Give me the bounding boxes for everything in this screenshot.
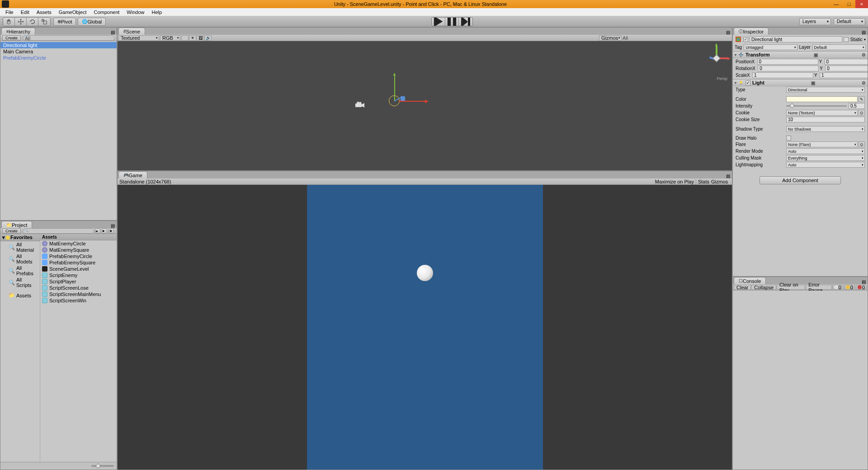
scene-fx-toggle[interactable]: 🔊 [204, 35, 212, 41]
scale-tool-button[interactable] [38, 18, 50, 26]
layers-dropdown[interactable]: Layers [799, 18, 831, 25]
add-component-button[interactable]: Add Component [760, 176, 841, 184]
asset-item[interactable]: ScriptPlayer [40, 278, 117, 285]
scene-render-dropdown[interactable]: RGB [160, 35, 180, 41]
console-error-count[interactable]: 0 [856, 285, 867, 290]
scene-shading-dropdown[interactable]: Textured [118, 35, 159, 41]
game-tab[interactable]: 🎮 Game [118, 171, 147, 179]
hierarchy-tab[interactable]: ≡ Hierarchy [1, 28, 35, 35]
menu-window[interactable]: Window [123, 9, 148, 16]
flare-picker-button[interactable]: ⊙ [859, 141, 865, 147]
asset-item[interactable]: ScriptScreenLose [40, 285, 117, 291]
rotate-tool-button[interactable] [27, 18, 38, 26]
scene-options-icon[interactable]: ▤ [726, 30, 730, 35]
console-warn-count[interactable]: 0 [844, 285, 855, 290]
favorite-item[interactable]: 🔍All Prefabs [0, 265, 40, 277]
gameobject-name-input[interactable] [750, 36, 842, 42]
project-filter-button[interactable]: ★ [108, 228, 114, 234]
gameobject-active-checkbox[interactable]: ✓ [743, 37, 748, 42]
hierarchy-search-input[interactable]: All [23, 35, 115, 41]
asset-item[interactable]: ScriptScreenMainMenu [40, 291, 117, 297]
component-gear-icon[interactable]: ⚙ [862, 52, 866, 57]
project-tab[interactable]: 📁 Project [1, 221, 32, 228]
scene-persp-label[interactable]: Persp [717, 76, 727, 81]
render-mode-dropdown[interactable]: Auto [786, 148, 865, 154]
game-aspect-dropdown[interactable]: Standalone (1024x768) [119, 179, 174, 184]
project-filter-button[interactable]: ● [102, 228, 107, 234]
intensity-slider[interactable] [786, 105, 847, 107]
console-collapse-button[interactable]: Collapse [751, 285, 776, 290]
project-folders[interactable]: ▾⭐Favorites 🔍All Material 🔍All Models 🔍A… [0, 234, 40, 462]
component-gear-icon[interactable]: ⚙ [862, 80, 866, 85]
hierarchy-item[interactable]: Directional light [0, 42, 117, 48]
game-viewport[interactable] [118, 185, 732, 470]
play-button[interactable] [432, 18, 445, 26]
menu-help[interactable]: Help [148, 9, 165, 16]
menu-component[interactable]: Component [90, 9, 123, 16]
game-stats-toggle[interactable]: Stats [696, 179, 711, 184]
lightmapping-dropdown[interactable]: Auto [786, 162, 865, 168]
inspector-tab[interactable]: ⓘ Inspector [734, 28, 769, 35]
assets-folder[interactable]: 📁Assets [0, 292, 40, 299]
menu-edit[interactable]: Edit [17, 9, 33, 16]
scene-2d-toggle[interactable] [181, 35, 189, 41]
scene-search-input[interactable]: All [623, 35, 731, 41]
step-button[interactable] [459, 18, 472, 26]
project-assets-list[interactable]: Assets MatEnemyCircle MatEnemySquare Pre… [40, 234, 117, 462]
scene-audio-toggle[interactable]: 🖼 [197, 35, 204, 41]
static-checkbox[interactable] [844, 37, 849, 42]
menu-gameobject[interactable]: GameObject [55, 9, 90, 16]
move-tool-button[interactable] [15, 18, 27, 26]
scene-tab[interactable]: # Scene [118, 28, 145, 35]
hierarchy-item[interactable]: Main Camera [0, 48, 117, 55]
culling-mask-dropdown[interactable]: Everything [786, 155, 865, 161]
cookie-field[interactable]: None (Texture) [786, 110, 858, 116]
pivot-toggle[interactable]: ⊕ Pivot [53, 18, 76, 26]
inspector-options-icon[interactable]: ▤ [862, 30, 866, 35]
asset-item[interactable]: MatEnemyCircle [40, 240, 117, 247]
scene-light-toggle[interactable]: ☀ [189, 35, 196, 41]
scale-x-input[interactable] [752, 72, 813, 78]
flare-field[interactable]: None (Flare) [786, 141, 858, 147]
camera-gizmo-icon[interactable] [354, 102, 365, 109]
console-options-icon[interactable]: ▤ [862, 279, 866, 284]
component-help-icon[interactable]: ▣ [811, 80, 815, 85]
layer-dropdown[interactable]: Default [812, 44, 866, 50]
cookie-size-input[interactable] [786, 117, 865, 122]
scene-viewport[interactable]: Persp [118, 41, 732, 170]
console-clear-on-play-button[interactable]: Clear on Play [777, 285, 805, 290]
project-thumbnail-size-slider[interactable] [91, 465, 114, 467]
component-help-icon[interactable]: ▣ [814, 52, 818, 57]
shadow-type-dropdown[interactable]: No Shadows [786, 126, 865, 132]
game-gizmos-dropdown[interactable]: Gizmos [711, 179, 730, 184]
game-maximize-toggle[interactable]: Maximize on Play [653, 179, 696, 184]
light-component-header[interactable]: ▾ ✓ Light ▣ ⚙ [733, 79, 868, 86]
menu-file[interactable]: File [2, 9, 17, 16]
favorite-item[interactable]: 🔍All Material [0, 241, 40, 253]
scale-y-input[interactable] [820, 72, 868, 78]
position-x-input[interactable] [757, 59, 818, 65]
scene-axis-gizmo[interactable]: Persp [705, 46, 727, 73]
favorite-item[interactable]: 🔍All Models [0, 253, 40, 265]
static-dropdown-arrow[interactable]: ▾ [864, 38, 866, 42]
transform-component-header[interactable]: ▾ Transform ▣ ⚙ [733, 51, 868, 58]
layout-dropdown[interactable]: Default [834, 18, 865, 25]
asset-item[interactable]: ScriptScreenWin [40, 297, 117, 304]
window-minimize-button[interactable]: — [830, 0, 843, 8]
intensity-input[interactable] [849, 103, 865, 109]
tag-dropdown[interactable]: Untagged [744, 44, 797, 50]
hierarchy-create-button[interactable]: Create [2, 35, 21, 41]
console-tab[interactable]: ☐ Console [734, 277, 766, 284]
asset-item[interactable]: PrefabEnemySquare [40, 259, 117, 266]
position-y-input[interactable] [825, 59, 868, 65]
console-body[interactable] [733, 291, 868, 470]
asset-item[interactable]: MatEnemySquare [40, 247, 117, 253]
window-maximize-button[interactable]: □ [843, 0, 855, 8]
hierarchy-item[interactable]: PrefabEnemyCircle [0, 55, 117, 61]
hand-tool-button[interactable] [3, 18, 15, 26]
window-close-button[interactable]: × [855, 0, 868, 8]
project-options-icon[interactable]: ▤ [111, 223, 115, 228]
scene-gizmos-dropdown[interactable]: Gizmos [599, 35, 622, 41]
color-picker-button[interactable]: ✎ [859, 96, 865, 102]
asset-item[interactable]: ScriptEnemy [40, 272, 117, 278]
